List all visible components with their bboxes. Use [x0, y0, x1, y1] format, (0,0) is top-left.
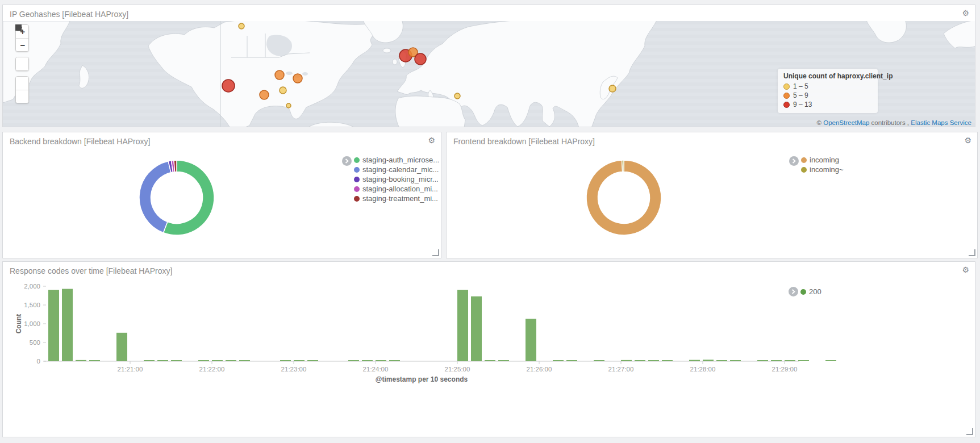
legend-item[interactable]: staging-treatment_mi... — [354, 194, 439, 203]
frontend-donut-chart — [447, 132, 977, 258]
bar[interactable] — [716, 360, 727, 361]
elastic-maps-service-link[interactable]: Elastic Maps Service — [911, 119, 971, 126]
legend-label[interactable]: staging-calendar_mic... — [362, 165, 439, 174]
legend-item[interactable]: staging-calendar_mic... — [354, 165, 439, 174]
legend-label[interactable]: staging-allocation_mi... — [362, 185, 438, 193]
bar[interactable] — [662, 360, 673, 361]
bar[interactable] — [89, 360, 100, 361]
bar[interactable] — [485, 360, 495, 361]
bar[interactable] — [389, 360, 400, 361]
bar[interactable] — [635, 360, 645, 361]
bar[interactable] — [62, 289, 73, 361]
response-codes-bar-chart: 05001,0001,5002,00021:21:0021:22:0021:23… — [3, 262, 975, 437]
bar[interactable] — [526, 319, 536, 361]
legend-label[interactable]: 200 — [809, 287, 821, 296]
gear-icon[interactable]: ⚙ — [428, 136, 435, 144]
x-axis-title: @timestamp per 10 seconds — [376, 375, 468, 383]
bar[interactable] — [144, 360, 155, 361]
map-marker[interactable] — [275, 70, 284, 80]
legend-item[interactable]: 200 — [800, 287, 821, 296]
bar[interactable] — [457, 290, 468, 361]
legend-toggle-chevron-icon[interactable] — [789, 156, 799, 166]
map-marker[interactable] — [293, 74, 302, 83]
polygon-draw-button[interactable] — [16, 77, 29, 90]
landmass-japan-left — [79, 65, 89, 88]
map-marker[interactable] — [222, 80, 235, 92]
bar[interactable] — [471, 296, 482, 361]
bar[interactable] — [825, 360, 836, 361]
bar[interactable] — [294, 360, 305, 361]
legend-label[interactable]: staging-treatment_mi... — [362, 194, 438, 203]
map-marker[interactable] — [280, 87, 286, 94]
legend-toggle-chevron-icon[interactable] — [342, 156, 352, 166]
bar[interactable] — [198, 360, 209, 361]
gear-icon[interactable]: ⚙ — [962, 9, 969, 17]
donut-slice[interactable] — [174, 160, 177, 172]
legend-item[interactable]: incoming — [801, 155, 844, 165]
legend-item[interactable]: staging-allocation_mi... — [354, 184, 439, 194]
bar[interactable] — [239, 360, 250, 361]
legend-label[interactable]: incoming — [810, 156, 839, 164]
bar[interactable] — [785, 360, 795, 361]
bar[interactable] — [212, 360, 223, 361]
legend-label[interactable]: staging-booking_micr... — [362, 175, 439, 183]
x-axis-tick-label: 21:22:00 — [199, 366, 225, 373]
legend-label[interactable]: staging-auth_microse... — [362, 156, 439, 164]
bar[interactable] — [116, 333, 127, 361]
bar[interactable] — [76, 360, 86, 361]
map-marker[interactable] — [609, 85, 616, 92]
bar[interactable] — [689, 360, 700, 361]
landmass-south-america — [307, 122, 355, 127]
frontend-legend: incomingincoming~ — [801, 155, 844, 174]
x-axis-tick-label: 21:27:00 — [608, 366, 634, 373]
gear-icon[interactable]: ⚙ — [964, 136, 971, 144]
rectangle-draw-button[interactable] — [16, 90, 29, 103]
bar[interactable] — [48, 290, 59, 361]
bar[interactable] — [730, 360, 741, 361]
map-legend-item: 1 – 5 — [783, 82, 872, 91]
map-marker[interactable] — [239, 23, 244, 29]
bar[interactable] — [376, 360, 386, 361]
world-map[interactable]: + − — [3, 21, 975, 127]
bar[interactable] — [348, 360, 359, 361]
bar[interactable] — [226, 360, 236, 361]
legend-label[interactable]: incoming~ — [810, 165, 844, 174]
donut-slice[interactable] — [622, 160, 624, 172]
panel-resize-handle[interactable] — [432, 249, 439, 256]
bar[interactable] — [498, 360, 509, 361]
openstreetmap-link[interactable]: OpenStreetMap — [823, 119, 869, 126]
panel-ip-geohashes: IP Geohashes [Filebeat HAProxy] ⚙ — [2, 5, 975, 127]
bar[interactable] — [757, 360, 768, 361]
map-marker[interactable] — [286, 103, 291, 108]
legend-toggle-chevron-icon[interactable] — [789, 287, 798, 296]
bar[interactable] — [703, 360, 714, 361]
legend-item[interactable]: staging-booking_micr... — [354, 174, 439, 184]
legend-dot-icon — [354, 167, 360, 173]
bar[interactable] — [621, 360, 632, 361]
zoom-out-button[interactable]: − — [16, 38, 29, 51]
great-lake — [286, 72, 293, 75]
map-legend-item: 5 – 9 — [783, 91, 872, 100]
gear-icon[interactable]: ⚙ — [962, 266, 969, 274]
legend-item[interactable]: staging-auth_microse... — [354, 155, 439, 165]
bar[interactable] — [171, 360, 182, 361]
bar[interactable] — [771, 360, 782, 361]
map-marker[interactable] — [260, 90, 269, 99]
map-attribution: © OpenStreetMap contributors , Elastic M… — [817, 119, 972, 126]
panel-resize-handle[interactable] — [966, 428, 973, 435]
bar[interactable] — [157, 360, 168, 361]
bar[interactable] — [594, 360, 604, 361]
donut-slice[interactable] — [139, 161, 171, 233]
map-marker[interactable] — [415, 53, 426, 65]
map-marker[interactable] — [454, 93, 460, 99]
bar[interactable] — [648, 360, 659, 361]
legend-item[interactable]: incoming~ — [801, 165, 844, 174]
bar[interactable] — [362, 360, 373, 361]
bar[interactable] — [280, 360, 291, 361]
bar[interactable] — [798, 360, 809, 361]
crop-tool-button[interactable] — [16, 57, 29, 70]
panel-resize-handle[interactable] — [969, 249, 975, 256]
bar[interactable] — [553, 360, 564, 361]
bar[interactable] — [566, 360, 577, 361]
bar[interactable] — [307, 360, 318, 361]
